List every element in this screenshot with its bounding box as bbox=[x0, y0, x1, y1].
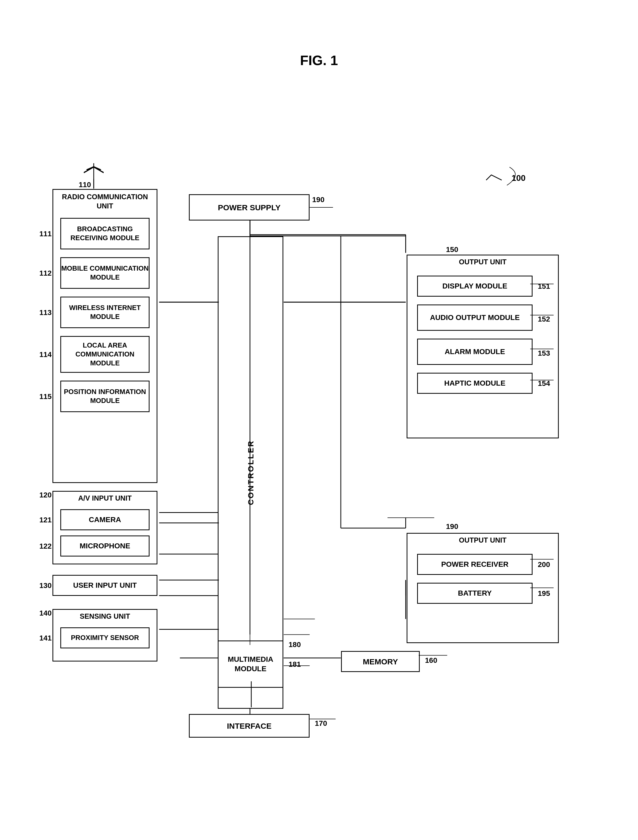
svg-line-3 bbox=[87, 167, 94, 170]
ref-190-right: 190 bbox=[446, 522, 458, 531]
ref-114: 114 bbox=[39, 350, 52, 359]
ref-151: 151 bbox=[538, 282, 550, 291]
svg-line-1 bbox=[84, 167, 94, 172]
page-title: FIG. 1 bbox=[0, 52, 638, 68]
alarm-module-box: ALARM MODULE bbox=[417, 339, 532, 365]
svg-line-25 bbox=[84, 167, 94, 173]
broadcasting-box: BROADCASTING RECEIVING MODULE bbox=[60, 218, 150, 249]
battery-box: BATTERY bbox=[417, 583, 532, 604]
ref-113: 113 bbox=[39, 308, 52, 317]
ref-181: 181 bbox=[289, 660, 301, 669]
local-area-box: LOCAL AREA COMMUNICATION MODULE bbox=[60, 336, 150, 373]
ref-112: 112 bbox=[39, 269, 52, 277]
svg-line-26 bbox=[94, 167, 104, 173]
multimedia-module-box: MULTIMEDIA MODULE bbox=[218, 641, 283, 688]
camera-box: CAMERA bbox=[60, 509, 150, 530]
ref-154: 154 bbox=[538, 379, 550, 388]
ref-200: 200 bbox=[538, 560, 550, 569]
ref-150: 150 bbox=[446, 245, 458, 254]
haptic-module-box: HAPTIC MODULE bbox=[417, 373, 532, 394]
svg-line-27 bbox=[87, 167, 94, 170]
display-module-box: DISPLAY MODULE bbox=[417, 275, 532, 297]
microphone-box: MICROPHONE bbox=[60, 536, 150, 557]
ref-120: 120 bbox=[39, 491, 52, 499]
ref-110: 110 bbox=[79, 180, 91, 189]
user-input-box: USER INPUT UNIT bbox=[52, 575, 157, 596]
ref-115: 115 bbox=[39, 392, 52, 401]
position-info-box: POSITION INFORMATION MODULE bbox=[60, 381, 150, 412]
proximity-sensor-box: PROXIMITY SENSOR bbox=[60, 627, 150, 649]
ref-153: 153 bbox=[538, 349, 550, 358]
ref-100: 100 bbox=[512, 173, 526, 183]
audio-output-box: AUDIO OUTPUT MODULE bbox=[417, 304, 532, 331]
ref-160: 160 bbox=[425, 656, 437, 664]
wireless-internet-box: WIRELESS INTERNET MODULE bbox=[60, 297, 150, 328]
ref-152: 152 bbox=[538, 315, 550, 323]
power-supply-box: POWER SUPPLY bbox=[189, 194, 310, 220]
ref-170: 170 bbox=[315, 719, 327, 728]
ref-141: 141 bbox=[39, 634, 52, 642]
svg-line-2 bbox=[94, 167, 104, 172]
svg-line-4 bbox=[94, 167, 101, 170]
memory-box: MEMORY bbox=[341, 651, 420, 672]
ref-121: 121 bbox=[39, 516, 52, 524]
ref-111: 111 bbox=[39, 230, 52, 238]
ref-130: 130 bbox=[39, 581, 52, 590]
ref-190-label: 190 bbox=[312, 196, 325, 204]
ref-195: 195 bbox=[538, 589, 550, 598]
ref-140: 140 bbox=[39, 609, 52, 617]
svg-line-28 bbox=[94, 167, 101, 170]
controller-box: CONTROLLER bbox=[218, 236, 283, 709]
ref-180: 180 bbox=[289, 641, 301, 649]
mobile-comm-box: MOBILE COMMUNICATION MODULE bbox=[60, 257, 150, 289]
ref-122: 122 bbox=[39, 542, 52, 551]
power-receiver-box: POWER RECEIVER bbox=[417, 554, 532, 575]
interface-box: INTERFACE bbox=[189, 714, 310, 738]
